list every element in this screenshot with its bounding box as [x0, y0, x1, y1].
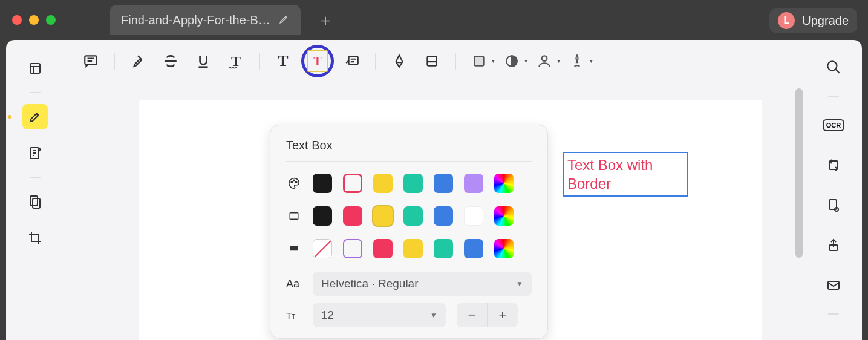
rect-fill-icon [286, 241, 302, 256]
share-button[interactable] [822, 234, 845, 257]
opacity-dropdown-button[interactable] [497, 47, 526, 76]
text-color-teal[interactable] [403, 174, 423, 193]
close-window-button[interactable] [12, 15, 22, 25]
chevron-down-icon: ▼ [430, 311, 437, 319]
font-size-select[interactable]: 12 ▼ [313, 303, 446, 327]
rotate-button[interactable] [822, 154, 845, 177]
main-column: T〰 T T [64, 40, 805, 340]
strikethrough-button[interactable] [156, 47, 185, 76]
font-icon: Aa [286, 278, 302, 290]
tab-title: Find-and-Apply-For-the-B… [121, 13, 270, 27]
border-color-teal[interactable] [403, 206, 423, 226]
thumbnails-tool[interactable] [22, 56, 48, 81]
text-button[interactable]: T [269, 47, 298, 76]
shape-dropdown-button[interactable] [465, 47, 494, 76]
window-controls [12, 15, 56, 25]
svg-rect-4 [30, 196, 38, 206]
svg-point-16 [291, 181, 292, 183]
chevron-down-icon: ▼ [516, 280, 523, 288]
eraser-button[interactable] [417, 47, 446, 76]
font-size-decrease-button[interactable]: − [457, 303, 487, 327]
rail-divider [30, 177, 41, 178]
fill-color-teal[interactable] [434, 239, 453, 258]
font-size-stepper: − + [457, 303, 518, 327]
squiggly-button[interactable]: T〰 [221, 47, 250, 76]
svg-point-17 [293, 180, 295, 181]
scrollbar[interactable] [795, 88, 803, 258]
svg-rect-0 [30, 64, 40, 73]
mail-button[interactable] [822, 273, 845, 296]
border-color-row [286, 206, 532, 226]
text-color-purple[interactable] [464, 174, 483, 193]
add-tab-button[interactable]: ＋ [318, 10, 333, 31]
author-dropdown-button[interactable] [530, 47, 559, 76]
fill-color-selected[interactable] [343, 239, 362, 258]
svg-point-15 [542, 56, 547, 61]
rename-tab-icon[interactable] [279, 12, 290, 28]
text-color-pink-selected[interactable] [343, 174, 362, 193]
annotate-tool[interactable] [22, 140, 48, 166]
app-frame: T〰 T T [6, 40, 862, 340]
font-size-increase-button[interactable]: + [488, 303, 518, 327]
left-rail [6, 40, 64, 340]
font-select-value: Helvetica · Regular [321, 277, 419, 290]
font-row: Aa Helvetica · Regular ▼ [286, 272, 532, 296]
rail-divider [828, 313, 839, 315]
toolbar-separator [375, 53, 376, 70]
border-color-pink[interactable] [343, 206, 362, 226]
svg-line-22 [835, 69, 840, 73]
lock-button[interactable] [822, 194, 845, 217]
text-color-custom[interactable] [494, 174, 514, 193]
text-box-sample[interactable]: Text Box with Border [563, 152, 688, 197]
fill-color-yellow[interactable] [403, 239, 423, 258]
signature-dropdown-button[interactable] [563, 47, 592, 76]
text-color-black[interactable] [313, 174, 332, 193]
popover-title: Text Box [286, 139, 532, 162]
user-avatar: L [778, 12, 795, 29]
svg-rect-19 [290, 213, 298, 220]
titlebar: Find-and-Apply-For-the-B… ＋ L Upgrade [0, 0, 868, 40]
ocr-button[interactable]: OCR [822, 114, 845, 137]
border-color-custom[interactable] [494, 206, 514, 226]
pencil-button[interactable] [385, 47, 414, 76]
text-color-yellow[interactable] [373, 174, 393, 193]
svg-rect-9 [349, 56, 358, 64]
toolbar: T〰 T T [64, 40, 805, 82]
maximize-window-button[interactable] [46, 15, 56, 25]
text-box-popover: Text Box [270, 125, 548, 339]
fill-color-blue[interactable] [464, 239, 483, 258]
fill-color-pink[interactable] [373, 239, 393, 258]
text-color-blue[interactable] [434, 174, 453, 193]
upgrade-pill[interactable]: L Upgrade [769, 8, 857, 33]
highlight-tool[interactable] [22, 104, 48, 129]
font-select[interactable]: Helvetica · Regular ▼ [313, 272, 532, 296]
rect-outline-icon [286, 209, 302, 223]
border-color-black[interactable] [313, 206, 332, 226]
border-color-yellow-selected[interactable] [373, 206, 393, 226]
comment-button[interactable] [76, 47, 105, 76]
border-color-blue[interactable] [434, 206, 453, 226]
underline-button[interactable] [189, 47, 218, 76]
text-box-button[interactable]: T [301, 45, 334, 77]
minimize-window-button[interactable] [29, 15, 39, 25]
svg-rect-5 [33, 198, 40, 208]
search-button[interactable] [822, 56, 845, 79]
svg-rect-26 [828, 281, 839, 289]
callout-button[interactable] [338, 47, 367, 76]
text-color-row [286, 174, 532, 193]
highlight-button[interactable] [123, 47, 152, 76]
svg-point-21 [827, 61, 837, 70]
canvas-area[interactable]: Text Box with Border Text Box [64, 82, 805, 340]
fill-color-custom[interactable] [494, 239, 514, 258]
svg-point-18 [296, 181, 297, 183]
toolbar-separator [114, 53, 115, 70]
font-size-icon: TT [286, 310, 302, 321]
rail-divider [828, 96, 839, 97]
crop-tool[interactable] [22, 225, 48, 250]
document-tab[interactable]: Find-and-Apply-For-the-B… [110, 5, 301, 35]
font-size-value: 12 [321, 309, 334, 322]
toolbar-separator [455, 53, 456, 70]
fill-color-none[interactable] [313, 239, 332, 258]
border-color-white[interactable] [464, 206, 483, 226]
redact-tool[interactable] [22, 189, 48, 214]
